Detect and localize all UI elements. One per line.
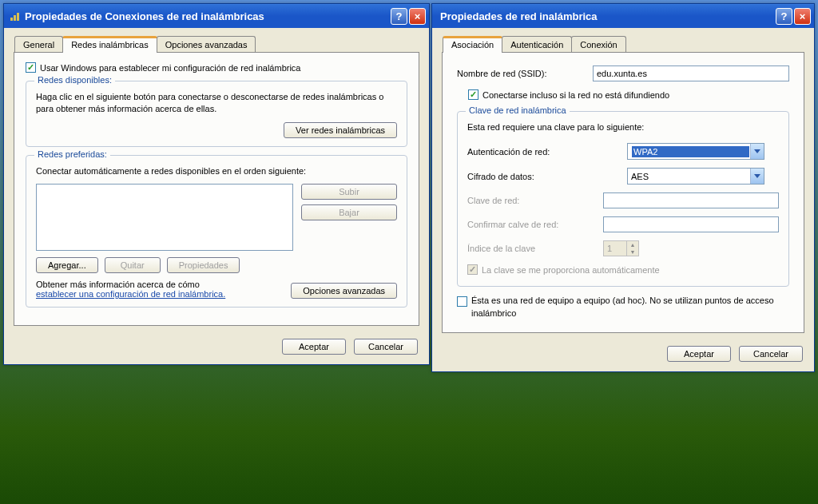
network-key-label: Clave de red:: [467, 196, 603, 205]
auto-key-checkbox: [467, 264, 478, 275]
view-networks-button[interactable]: Ver redes inalámbricas: [284, 122, 397, 138]
ssid-input[interactable]: [593, 65, 789, 81]
available-legend: Redes disponibles:: [34, 75, 115, 85]
key-index-label: Índice de la clave: [467, 244, 603, 253]
auth-label: Autenticación de red:: [467, 147, 627, 157]
tab-association[interactable]: Asociación: [443, 36, 502, 53]
cancel-button[interactable]: Cancelar: [739, 346, 803, 362]
window-title: Propiedades de red inalámbrica: [437, 10, 776, 22]
enc-label: Cifrado de datos:: [467, 172, 627, 181]
ok-button[interactable]: Aceptar: [667, 346, 731, 362]
adhoc-label: Ésta es una red de equipo a equipo (ad h…: [471, 295, 789, 319]
svg-rect-0: [10, 18, 13, 21]
add-button[interactable]: Agregar...: [36, 257, 98, 273]
move-up-button[interactable]: Subir: [301, 184, 397, 200]
key-legend: Clave de red inalámbrica: [466, 105, 570, 115]
tab-wireless[interactable]: Redes inalámbricas: [62, 36, 157, 53]
tab-general[interactable]: General: [14, 36, 63, 52]
preferred-legend: Redes preferidas:: [34, 149, 110, 159]
use-windows-checkbox[interactable]: [26, 62, 36, 73]
auto-key-label: La clave se me proporciona automáticamen…: [482, 265, 660, 275]
preferred-listbox[interactable]: [36, 184, 293, 251]
confirm-key-input: [603, 216, 779, 232]
cancel-button[interactable]: Cancelar: [354, 339, 418, 355]
use-windows-label: Usar Windows para establecer mi configur…: [40, 63, 300, 73]
close-button[interactable]: ×: [409, 8, 426, 25]
svg-rect-1: [14, 15, 16, 21]
tabstrip: Asociación Autenticación Conexión: [442, 36, 804, 53]
confirm-key-label: Confirmar calve de red:: [467, 220, 603, 229]
key-index-spinner: ▲▼: [603, 240, 639, 256]
titlebar: Propiedades de Conexiones de red inalámb…: [4, 4, 429, 28]
help-button[interactable]: ?: [776, 8, 792, 25]
network-auth-select[interactable]: WPA2: [627, 143, 764, 160]
key-desc: Esta red requiere una clave para lo sigu…: [467, 121, 779, 133]
ok-button[interactable]: Aceptar: [282, 339, 346, 355]
tabstrip: General Redes inalámbricas Opciones avan…: [14, 36, 419, 53]
tab-advanced[interactable]: Opciones avanzadas: [157, 36, 256, 52]
learn-text: Obtener más información acerca de cómo e…: [36, 280, 225, 299]
connect-nonbroadcast-checkbox[interactable]: [468, 89, 478, 100]
spin-up-icon: ▲: [626, 241, 638, 248]
ssid-label: Nombre de red (SSID):: [457, 69, 593, 78]
advanced-options-button[interactable]: Opciones avanzadas: [291, 283, 397, 299]
tab-connection[interactable]: Conexión: [571, 36, 625, 52]
chevron-down-icon: [750, 144, 764, 159]
auth-value: WPA2: [632, 146, 749, 157]
titlebar: Propiedades de red inalámbrica ? ×: [432, 4, 814, 28]
window-title: Propiedades de Conexiones de red inalámb…: [25, 10, 391, 22]
key-index-value: [604, 241, 626, 256]
close-button[interactable]: ×: [794, 8, 811, 25]
properties-button[interactable]: Propiedades: [167, 257, 240, 273]
enc-value: AES: [631, 172, 750, 181]
tab-authentication[interactable]: Autenticación: [502, 36, 572, 52]
preferred-networks-group: Redes preferidas: Conectar automáticamen…: [26, 155, 407, 308]
chevron-down-icon: [750, 169, 764, 184]
wireless-icon: [9, 10, 22, 22]
data-encryption-select[interactable]: AES: [627, 168, 764, 185]
network-key-input: [603, 192, 779, 208]
available-desc: Haga clic en el siguiente botón para con…: [36, 91, 397, 116]
remove-button[interactable]: Quitar: [105, 257, 161, 273]
wireless-key-group: Clave de red inalámbrica Esta red requie…: [457, 111, 789, 287]
spin-down-icon: ▼: [626, 248, 638, 256]
connect-nonbroadcast-label: Conectarse incluso si la red no está dif…: [482, 90, 669, 100]
svg-rect-2: [17, 13, 19, 21]
available-networks-group: Redes disponibles: Haga clic en el sigui…: [26, 81, 407, 147]
learn-link[interactable]: establecer una configuración de red inal…: [36, 289, 225, 299]
move-down-button[interactable]: Bajar: [301, 204, 397, 220]
preferred-desc: Conectar automáticamente a redes disponi…: [36, 165, 397, 177]
adhoc-checkbox[interactable]: [457, 296, 467, 307]
help-button[interactable]: ?: [391, 8, 407, 25]
